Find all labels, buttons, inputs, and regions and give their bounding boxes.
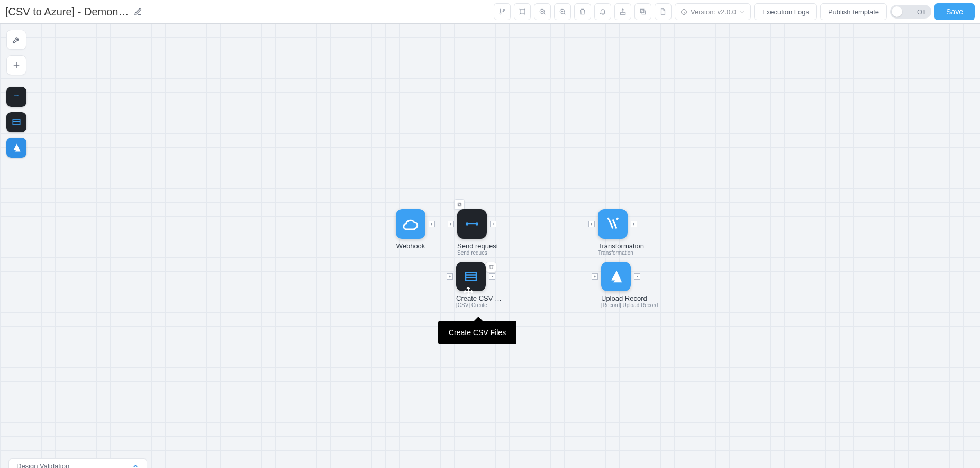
svg-rect-13: [458, 203, 460, 205]
node-upload-record-sub: [Record] Upload Record: [601, 302, 631, 308]
tooltip-create-csv: Create CSV Files: [438, 321, 516, 344]
save-button[interactable]: Save: [934, 3, 975, 20]
zoom-in-button[interactable]: [554, 3, 571, 20]
toolbar-right: Version: v2.0.0 Execution Logs Publish t…: [494, 3, 975, 20]
svg-rect-16: [466, 273, 476, 281]
fit-view-button[interactable]: [514, 3, 531, 20]
chevron-down-icon: [739, 9, 745, 15]
version-selector[interactable]: Version: v2.0.0: [675, 3, 751, 20]
copy-button[interactable]: [634, 3, 651, 20]
node-send-request-sub: Send reques: [457, 250, 487, 256]
delete-button[interactable]: [574, 3, 591, 20]
notifications-button[interactable]: [594, 3, 611, 20]
svg-point-14: [466, 222, 468, 225]
node-transformation[interactable]: Transformation Transformation: [598, 209, 628, 256]
palette-http-node[interactable]: [6, 87, 26, 107]
port-out[interactable]: [634, 273, 640, 280]
top-toolbar: [CSV to Azure] - Demon… Version: v2.0.0 …: [0, 0, 980, 23]
node-create-csv[interactable]: Create CSV … [CSV] Create: [456, 262, 486, 308]
http-icon: [463, 220, 481, 228]
node-send-request-label: Send request: [457, 242, 487, 250]
port-in[interactable]: [447, 273, 453, 280]
node-create-csv-label: Create CSV …: [456, 294, 486, 302]
port-in[interactable]: [448, 221, 454, 227]
node-upload-record-label: Upload Record: [601, 294, 631, 302]
zoom-out-button[interactable]: [534, 3, 551, 20]
node-duplicate-icon[interactable]: [454, 199, 465, 210]
branch-icon-button[interactable]: [494, 3, 511, 20]
node-transformation-sub: Transformation: [598, 250, 628, 256]
add-node-button[interactable]: [6, 55, 26, 75]
toggle-label: Off: [917, 8, 926, 16]
page-title: [CSV to Azure] - Demon…: [5, 6, 129, 18]
execution-logs-button[interactable]: Execution Logs: [754, 3, 817, 20]
svg-point-9: [14, 95, 15, 96]
palette-azure-node[interactable]: [6, 138, 26, 158]
svg-point-10: [17, 95, 19, 96]
version-label: Version: v2.0.0: [691, 8, 736, 16]
svg-rect-11: [13, 120, 20, 125]
tools-button[interactable]: [6, 30, 26, 50]
node-create-csv-sub: [CSV] Create: [456, 302, 486, 308]
activation-toggle[interactable]: Off: [890, 5, 931, 19]
node-create-csv-box[interactable]: [456, 262, 486, 291]
edit-title-icon[interactable]: [134, 7, 142, 16]
node-delete-icon[interactable]: [486, 262, 496, 272]
new-file-button[interactable]: [655, 3, 672, 20]
node-transformation-label: Transformation: [598, 242, 628, 250]
node-webhook-label: Webhook: [396, 242, 425, 250]
node-upload-record-box[interactable]: [601, 262, 631, 291]
port-in[interactable]: [588, 221, 595, 227]
node-send-request-box[interactable]: [457, 209, 487, 239]
publish-template-button[interactable]: Publish template: [820, 3, 887, 20]
design-validation-label: Design Validation: [16, 462, 69, 468]
port-out[interactable]: [631, 221, 637, 227]
design-validation-panel[interactable]: Design Validation: [8, 458, 147, 468]
cloud-icon: [402, 215, 420, 233]
svg-point-0: [500, 13, 501, 14]
chevron-up-icon: [132, 463, 139, 469]
svg-rect-5: [620, 13, 625, 15]
port-out[interactable]: [489, 273, 495, 280]
wrench-icon: [12, 35, 21, 44]
azure-icon: [608, 268, 624, 284]
node-webhook-box[interactable]: [396, 209, 425, 239]
svg-rect-12: [458, 203, 461, 206]
svg-point-1: [503, 9, 504, 10]
palette-csv-node[interactable]: [6, 112, 26, 132]
node-palette: [6, 30, 26, 158]
node-transformation-box[interactable]: [598, 209, 628, 239]
flow-canvas[interactable]: Webhook Send request Send reques Transfo…: [0, 23, 980, 468]
port-out[interactable]: [490, 221, 496, 227]
node-send-request[interactable]: Send request Send reques: [457, 209, 487, 256]
port-out[interactable]: [429, 221, 435, 227]
node-upload-record[interactable]: Upload Record [Record] Upload Record: [601, 262, 631, 308]
lambda-icon: [604, 215, 622, 233]
export-button[interactable]: [614, 3, 631, 20]
info-icon: [680, 8, 687, 15]
svg-point-15: [476, 222, 478, 225]
node-webhook[interactable]: Webhook: [396, 209, 425, 250]
table-icon: [463, 268, 479, 284]
plus-icon: [12, 60, 21, 70]
svg-rect-2: [520, 10, 524, 14]
port-in[interactable]: [592, 273, 598, 280]
